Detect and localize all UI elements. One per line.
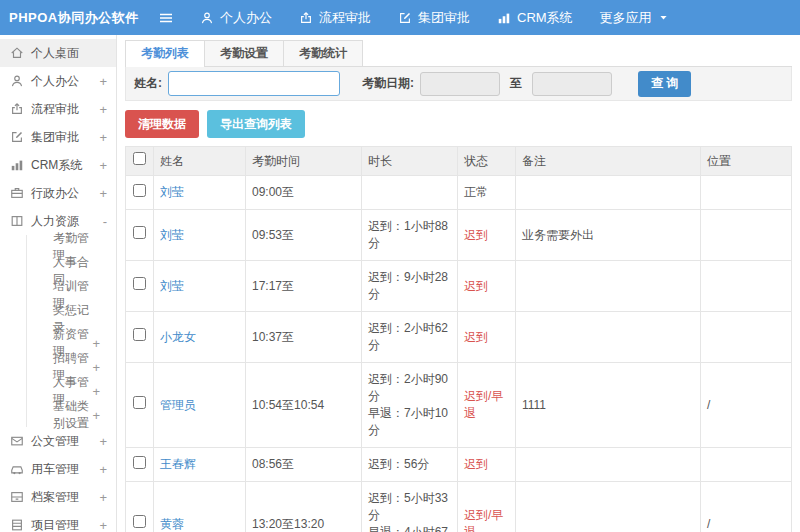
duration-line: 迟到：5小时33分 bbox=[368, 490, 451, 524]
share-icon bbox=[10, 102, 24, 116]
clean-data-button[interactable]: 清理数据 bbox=[125, 110, 199, 138]
status-badge: 迟到 bbox=[464, 228, 488, 242]
expand-plus-icon[interactable]: + bbox=[99, 186, 107, 201]
expand-plus-icon[interactable]: + bbox=[92, 360, 100, 375]
row-checkbox[interactable] bbox=[133, 396, 146, 409]
employee-name-link[interactable]: 刘莹 bbox=[160, 279, 184, 293]
expand-plus-icon[interactable]: + bbox=[99, 74, 107, 89]
sidebar-item[interactable]: 档案管理+ bbox=[0, 483, 116, 511]
book-icon bbox=[10, 214, 24, 228]
sidebar-item-label: CRM系统 bbox=[31, 157, 99, 174]
cell-name: 刘莹 bbox=[154, 176, 246, 210]
cell-remark: 业务需要外出 bbox=[516, 210, 701, 261]
expand-plus-icon[interactable]: + bbox=[99, 102, 107, 117]
row-checkbox-cell bbox=[126, 482, 154, 532]
sidebar-item[interactable]: 个人办公+ bbox=[0, 67, 116, 95]
expand-plus-icon[interactable]: + bbox=[99, 434, 107, 449]
expand-plus-icon[interactable]: + bbox=[99, 490, 107, 505]
main-content: 考勤列表考勤设置考勤统计 姓名: 考勤日期: 至 查 询 清理数据 导出查询列表… bbox=[118, 35, 800, 532]
collapse-minus-icon[interactable]: - bbox=[103, 214, 107, 229]
duration-line: 迟到：2小时90分 bbox=[368, 371, 451, 405]
sidebar-item[interactable]: 行政办公+ bbox=[0, 179, 116, 207]
row-checkbox[interactable] bbox=[133, 328, 146, 341]
sidebar-item-label: 项目管理 bbox=[31, 517, 99, 532]
user-icon bbox=[10, 74, 24, 88]
employee-name-link[interactable]: 刘莹 bbox=[160, 185, 184, 199]
attendance-table: 姓名考勤时间时长状态备注位置 刘莹09:00至正常刘莹09:53至迟到：1小时8… bbox=[125, 146, 792, 532]
sidebar-item-label: 流程审批 bbox=[31, 101, 99, 118]
chart-icon bbox=[497, 11, 511, 25]
mail-icon bbox=[10, 434, 24, 448]
expand-plus-icon[interactable]: + bbox=[99, 518, 107, 532]
employee-name-link[interactable]: 管理员 bbox=[160, 398, 196, 412]
topnav-item[interactable]: CRM系统 bbox=[497, 9, 573, 27]
search-button[interactable]: 查 询 bbox=[638, 71, 691, 97]
topnav-item[interactable]: 个人办公 bbox=[200, 9, 272, 27]
cell-duration: 迟到：2小时90分早退：7小时10分 bbox=[362, 363, 458, 448]
caret-down-icon bbox=[658, 12, 669, 23]
employee-name-link[interactable]: 小龙女 bbox=[160, 330, 196, 344]
expand-plus-icon[interactable]: + bbox=[99, 462, 107, 477]
expand-plus-icon[interactable]: + bbox=[92, 336, 100, 351]
row-checkbox[interactable] bbox=[133, 277, 146, 290]
tab-item[interactable]: 考勤统计 bbox=[283, 40, 363, 66]
sidebar-item[interactable]: CRM系统+ bbox=[0, 151, 116, 179]
cell-location bbox=[701, 261, 792, 312]
column-header: 位置 bbox=[701, 147, 792, 176]
cell-duration bbox=[362, 176, 458, 210]
cell-duration: 迟到：9小时28分 bbox=[362, 261, 458, 312]
employee-name-link[interactable]: 王春辉 bbox=[160, 457, 196, 471]
sidebar-item[interactable]: 集团审批+ bbox=[0, 123, 116, 151]
select-all-checkbox[interactable] bbox=[133, 152, 146, 165]
sidebar: 个人桌面个人办公+流程审批+集团审批+CRM系统+行政办公+人力资源-考勤管理人… bbox=[0, 35, 117, 532]
cell-status: 迟到 bbox=[458, 312, 516, 363]
home-icon bbox=[10, 46, 24, 60]
table-row: 黄蓉13:20至13:20迟到：5小时33分早退：4小时67分迟到/早退/ bbox=[126, 482, 792, 532]
sidebar-item[interactable]: 项目管理+ bbox=[0, 511, 116, 532]
date-to-input[interactable] bbox=[532, 72, 612, 96]
duration-line: 迟到：1小时88分 bbox=[368, 218, 451, 252]
cell-remark bbox=[516, 482, 701, 532]
filter-bar: 姓名: 考勤日期: 至 查 询 bbox=[125, 67, 792, 101]
expand-plus-icon[interactable]: + bbox=[92, 384, 100, 399]
expand-plus-icon[interactable]: + bbox=[99, 158, 107, 173]
status-badge: 迟到/早退 bbox=[464, 389, 503, 420]
edit-icon bbox=[398, 11, 412, 25]
export-list-button[interactable]: 导出查询列表 bbox=[207, 110, 305, 138]
expand-plus-icon[interactable]: + bbox=[99, 130, 107, 145]
sidebar-item[interactable]: 流程审批+ bbox=[0, 95, 116, 123]
sidebar-item-label: 个人桌面 bbox=[31, 45, 107, 62]
topnav-item[interactable]: 更多应用 bbox=[600, 9, 669, 27]
employee-name-link[interactable]: 刘莹 bbox=[160, 228, 184, 242]
date-from-input[interactable] bbox=[420, 72, 500, 96]
sidebar-item[interactable]: 用车管理+ bbox=[0, 455, 116, 483]
topnav-item-label: 更多应用 bbox=[600, 9, 652, 27]
row-checkbox[interactable] bbox=[133, 515, 146, 528]
cell-remark: 1111 bbox=[516, 363, 701, 448]
row-checkbox-cell bbox=[126, 210, 154, 261]
status-badge: 迟到/早退 bbox=[464, 508, 503, 532]
edit-icon bbox=[10, 130, 24, 144]
menu-icon[interactable] bbox=[158, 10, 178, 26]
row-checkbox[interactable] bbox=[133, 184, 146, 197]
expand-plus-icon[interactable]: + bbox=[92, 408, 100, 423]
topnav-item[interactable]: 集团审批 bbox=[398, 9, 470, 27]
project-icon bbox=[10, 518, 24, 532]
tab-item[interactable]: 考勤设置 bbox=[204, 40, 284, 66]
topnav-item-label: 集团审批 bbox=[418, 9, 470, 27]
table-row: 刘莹09:53至迟到：1小时88分迟到业务需要外出 bbox=[126, 210, 792, 261]
cell-location: / bbox=[701, 363, 792, 448]
row-checkbox[interactable] bbox=[133, 456, 146, 469]
cell-attendance-time: 08:56至 bbox=[246, 448, 362, 482]
topnav-item[interactable]: 流程审批 bbox=[299, 9, 371, 27]
sidebar-item-label: 档案管理 bbox=[31, 489, 99, 506]
row-checkbox[interactable] bbox=[133, 226, 146, 239]
sidebar-item[interactable]: 个人桌面 bbox=[0, 39, 116, 67]
topnav-item-label: CRM系统 bbox=[517, 9, 573, 27]
sidebar-subitem[interactable]: 基础类别设置+ bbox=[27, 403, 116, 427]
name-input[interactable] bbox=[168, 71, 340, 96]
tab-active[interactable]: 考勤列表 bbox=[125, 40, 205, 66]
share-icon bbox=[299, 11, 313, 25]
employee-name-link[interactable]: 黄蓉 bbox=[160, 517, 184, 531]
sidebar-item-label: 公文管理 bbox=[31, 433, 99, 450]
